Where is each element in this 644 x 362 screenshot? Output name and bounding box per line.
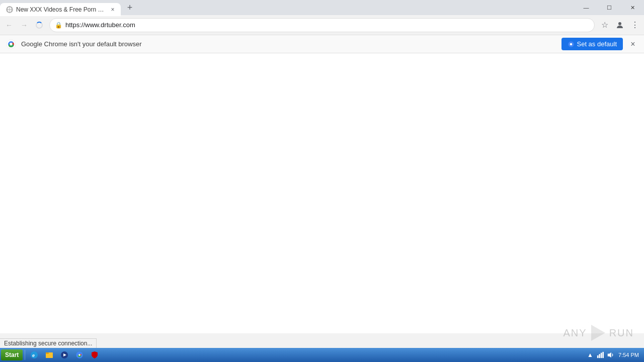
tray-volume-icon[interactable] [606, 351, 614, 359]
start-button[interactable]: Start [1, 349, 23, 360]
anyrun-text: ANY [564, 327, 587, 339]
system-tray: ▲ 7:54 PM [584, 351, 643, 359]
svg-point-7 [10, 43, 13, 45]
chrome-taskbar-icon [75, 351, 84, 359]
infobar-message: Google Chrome isn't your default browser [21, 40, 556, 48]
system-clock[interactable]: 7:54 PM [616, 352, 641, 358]
tab-strip: New XXX Videos & Free Porn Movies... × + [0, 0, 575, 15]
taskbar-item-ie[interactable]: e [27, 349, 41, 360]
taskbar-item-media[interactable] [57, 349, 71, 360]
anyrun-suffix: RUN [609, 327, 634, 339]
tab-title: New XXX Videos & Free Porn Movies... [16, 6, 106, 13]
profile-button[interactable] [613, 18, 627, 32]
minimize-button[interactable]: — [575, 0, 598, 15]
chrome-logo-icon [6, 39, 16, 49]
svg-point-9 [570, 43, 572, 45]
back-button[interactable]: ← [2, 18, 16, 32]
svg-text:e: e [32, 353, 35, 358]
ie-icon: e [30, 351, 38, 359]
close-button[interactable]: ✕ [621, 0, 644, 15]
window-controls: — ☐ ✕ [575, 0, 644, 15]
tray-arrow-icon[interactable]: ▲ [586, 351, 594, 359]
status-bar: Establishing secure connection... [0, 338, 97, 348]
new-tab-button[interactable]: + [123, 1, 137, 15]
lock-icon: 🔒 [55, 22, 62, 29]
reload-button[interactable] [32, 18, 46, 32]
address-bar[interactable]: 🔒 https://www.drtuber.com [49, 18, 595, 32]
address-text: https://www.drtuber.com [65, 21, 589, 29]
start-label: Start [5, 351, 19, 358]
explorer-icon [45, 351, 53, 359]
media-player-icon [60, 351, 68, 359]
svg-rect-21 [599, 354, 600, 358]
default-browser-infobar: Google Chrome isn't your default browser… [0, 35, 644, 53]
forward-button[interactable]: → [17, 18, 31, 32]
infobar-close-button[interactable]: × [628, 39, 638, 49]
tab-favicon [6, 6, 13, 13]
svg-point-4 [618, 22, 621, 25]
loading-spinner [36, 22, 43, 29]
chrome-menu-button[interactable]: ⋮ [628, 18, 642, 32]
maximize-button[interactable]: ☐ [598, 0, 621, 15]
set-default-label: Set as default [577, 40, 617, 48]
taskbar-item-explorer[interactable] [42, 349, 56, 360]
chrome-small-icon [568, 41, 575, 48]
status-text: Establishing secure connection... [4, 340, 92, 347]
set-default-button[interactable]: Set as default [561, 38, 623, 50]
taskbar-divider [25, 350, 25, 360]
svg-rect-22 [601, 353, 602, 358]
svg-rect-20 [597, 355, 599, 358]
svg-rect-15 [46, 352, 49, 354]
toolbar: ← → 🔒 https://www.drtuber.com ☆ ⋮ [0, 15, 644, 35]
taskbar-item-security[interactable] [88, 349, 102, 360]
svg-marker-10 [591, 325, 605, 341]
tab-close-button[interactable]: × [109, 6, 117, 14]
taskbar-item-chrome[interactable] [72, 349, 87, 360]
svg-point-19 [79, 354, 80, 355]
tray-network-icon[interactable] [596, 351, 604, 359]
active-tab[interactable]: New XXX Videos & Free Porn Movies... × [0, 3, 121, 16]
taskbar: Start e [0, 348, 644, 362]
anyrun-play-icon [589, 324, 607, 342]
titlebar: New XXX Videos & Free Porn Movies... × +… [0, 0, 644, 15]
main-content-area [0, 53, 644, 333]
security-icon [91, 351, 99, 359]
svg-rect-23 [602, 352, 604, 358]
anyrun-watermark: ANY RUN [564, 324, 634, 342]
svg-marker-24 [608, 352, 611, 358]
svg-rect-14 [46, 354, 53, 358]
bookmark-button[interactable]: ☆ [598, 18, 612, 32]
